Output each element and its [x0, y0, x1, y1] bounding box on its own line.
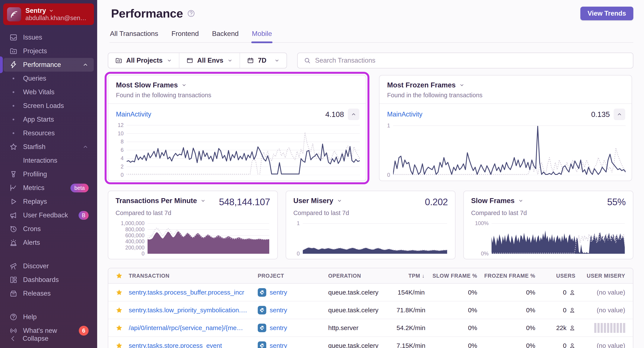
app: Sentry abdullah.khan@sen… IssuesProjects… — [0, 0, 644, 348]
column-header-users[interactable]: USERS — [535, 273, 576, 279]
sidebar-item-resources[interactable]: Resources — [4, 126, 94, 140]
environment-filter[interactable]: All Envs — [179, 53, 240, 68]
sidebar-item-starfish[interactable]: Starfish — [4, 140, 94, 154]
tab-backend[interactable]: Backend — [212, 30, 239, 42]
users-cell: 0 — [535, 342, 576, 348]
chevron-down-icon — [459, 82, 465, 88]
python-icon — [259, 342, 265, 348]
star-icon[interactable] — [116, 289, 123, 296]
transaction-link[interactable]: MainActivity — [116, 110, 151, 118]
sidebar-item-profiling[interactable]: Profiling — [4, 167, 94, 181]
y-tick-label: 1,000,000 — [121, 220, 144, 226]
users-cell: 22k — [535, 324, 576, 331]
transaction-link[interactable]: sentry.tasks.store.process_event — [129, 342, 258, 348]
chevron-up-icon — [350, 111, 356, 117]
star-icon[interactable] — [116, 342, 123, 348]
tpm-cell: 54.2K/min — [396, 324, 425, 331]
slow-frames-value: 55% — [607, 197, 626, 207]
y-tick-label: 0 — [387, 172, 390, 178]
column-header-star — [108, 272, 129, 279]
sidebar-item-web-vitals[interactable]: Web Vitals — [4, 85, 94, 99]
most-frozen-frames-title[interactable]: Most Frozen Frames — [387, 81, 624, 89]
collapse-chart-button[interactable] — [348, 109, 359, 120]
sidebar-item-replays[interactable]: Replays — [4, 195, 94, 208]
column-header-user-misery[interactable]: USER MISERY — [576, 273, 625, 279]
sidebar-item-app-starts[interactable]: App Starts — [4, 113, 94, 126]
slow-frames-title[interactable]: Slow Frames — [471, 197, 524, 205]
sidebar-item-performance[interactable]: Performance — [4, 58, 94, 72]
sidebar-item-dashboards[interactable]: Dashboards — [4, 273, 94, 287]
project-link[interactable]: sentry — [270, 289, 287, 296]
star-icon[interactable] — [116, 324, 123, 331]
column-header-project[interactable]: PROJECT — [258, 273, 328, 279]
user-misery-title[interactable]: User Misery — [294, 197, 342, 205]
tab-all-transactions[interactable]: All Transactions — [110, 30, 159, 42]
sidebar-item-queries[interactable]: Queries — [4, 72, 94, 85]
most-slow-frames-title[interactable]: Most Slow Frames — [116, 81, 358, 89]
star-icon[interactable] — [116, 272, 123, 279]
help-icon[interactable] — [187, 9, 196, 18]
chevron-down-icon — [181, 82, 187, 88]
project-link[interactable]: sentry — [270, 306, 287, 314]
search-icon — [304, 57, 311, 64]
date-range-filter[interactable]: 7D — [240, 53, 286, 68]
transaction-link[interactable]: MainActivity — [387, 110, 422, 118]
org-switcher[interactable]: Sentry abdullah.khan@sen… — [3, 4, 94, 25]
project-filter[interactable]: All Projects — [108, 53, 179, 68]
transaction-row: MainActivity 4.108 — [108, 104, 366, 121]
sidebar-item-discover[interactable]: Discover — [4, 259, 94, 273]
sidebar-item-releases[interactable]: Releases — [4, 287, 94, 300]
sidebar-item-label: Profiling — [23, 170, 47, 178]
transaction-link[interactable]: sentry.tasks.process_buffer.process_incr — [129, 289, 258, 296]
column-header-operation[interactable]: OPERATION — [328, 273, 396, 279]
chevron-down-icon — [274, 58, 280, 63]
sidebar-item-help[interactable]: Help — [4, 310, 94, 324]
column-header-slow-frame[interactable]: SLOW FRAME % — [425, 273, 477, 279]
sidebar-item-crons[interactable]: Crons — [4, 222, 94, 236]
broadcast-icon — [10, 327, 18, 335]
filter-group: All Projects All Envs 7D — [108, 53, 287, 68]
sidebar-item-alerts[interactable]: Alerts — [4, 236, 94, 249]
collapse-button[interactable]: Collapse — [10, 335, 48, 342]
sidebar-item-label: Crons — [23, 225, 41, 233]
clock-icon — [10, 225, 18, 233]
transaction-link[interactable]: /api/0/internal/rpc/{service_name}/{me… — [129, 324, 258, 331]
tpm-value: 548,144.107 — [219, 197, 270, 207]
user-misery-chart — [303, 222, 447, 254]
search-input[interactable] — [315, 57, 627, 64]
sidebar-item-issues[interactable]: Issues — [4, 31, 94, 44]
sidebar-item-user-feedback[interactable]: User FeedbackB — [4, 208, 94, 222]
column-header-tpm[interactable]: TPM ↓ — [396, 273, 425, 279]
project-link[interactable]: sentry — [270, 324, 287, 331]
sidebar-item-label: Projects — [23, 47, 47, 55]
view-trends-button[interactable]: View Trends — [580, 7, 633, 20]
star-icon[interactable] — [116, 306, 123, 314]
user-misery-widget: User Misery 0.202 Compared to last 7d 01 — [286, 191, 456, 259]
table-header: TRANSACTIONPROJECTOPERATIONTPM ↓SLOW FRA… — [108, 268, 633, 284]
table-row[interactable]: /api/0/internal/rpc/{service_name}/{me…s… — [108, 319, 633, 337]
frozen-frame-cell: 0% — [477, 289, 535, 296]
tab-frontend[interactable]: Frontend — [171, 30, 199, 42]
table-row[interactable]: sentry.tasks.process_buffer.process_incr… — [108, 284, 633, 301]
sidebar: Sentry abdullah.khan@sen… IssuesProjects… — [0, 0, 97, 348]
table-row[interactable]: sentry.tasks.low_priority_symbolication.… — [108, 301, 633, 319]
sidebar-item-interactions[interactable]: Interactions — [4, 154, 94, 167]
transaction-link[interactable]: sentry.tasks.low_priority_symbolication.… — [129, 306, 258, 314]
table-row[interactable]: sentry.tasks.store.process_eventsentryqu… — [108, 337, 633, 348]
project-cell: sentry — [258, 341, 328, 348]
column-header-transaction[interactable]: TRANSACTION — [129, 273, 258, 279]
tab-mobile[interactable]: Mobile — [251, 30, 272, 42]
project-link[interactable]: sentry — [270, 342, 287, 348]
collapse-chart-button[interactable] — [614, 109, 625, 120]
sidebar-item-screen-loads[interactable]: Screen Loads — [4, 99, 94, 113]
y-tick-label: 4 — [121, 155, 124, 161]
sidebar-item-metrics[interactable]: Metricsbeta — [4, 181, 94, 195]
sidebar-item-projects[interactable]: Projects — [4, 44, 94, 58]
page-header: Performance View Trends — [111, 7, 633, 20]
y-tick-label: 100% — [475, 220, 488, 226]
environment-filter-label: All Envs — [197, 57, 223, 64]
tpm-title[interactable]: Transactions Per Minute — [116, 197, 206, 205]
column-header-frozen-frame[interactable]: FROZEN FRAME % — [477, 273, 535, 279]
y-axis: 024681012 — [112, 123, 126, 175]
sidebar-nav: IssuesProjectsPerformanceQueriesWeb Vita… — [0, 31, 97, 337]
